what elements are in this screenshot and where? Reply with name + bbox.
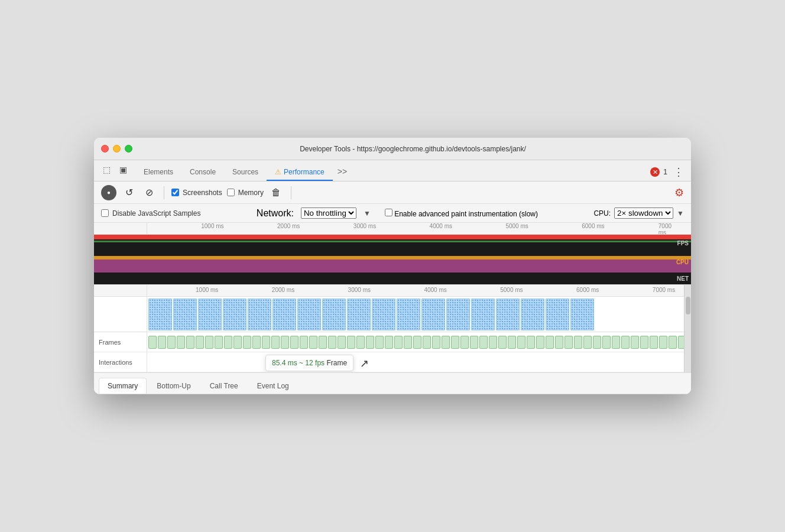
frame-block[interactable] xyxy=(640,336,648,349)
frame-block[interactable] xyxy=(593,336,601,349)
frame-block[interactable] xyxy=(432,336,440,349)
frame-block[interactable] xyxy=(347,336,355,349)
frame-block[interactable] xyxy=(148,336,157,349)
frame-block[interactable] xyxy=(470,336,478,349)
advanced-paint-checkbox[interactable] xyxy=(385,209,392,216)
frame-block[interactable] xyxy=(546,336,554,349)
screenshots-checkbox-label[interactable]: Screenshots xyxy=(171,189,222,197)
btab-event-log[interactable]: Event Log xyxy=(248,378,298,394)
frame-block[interactable] xyxy=(281,336,289,349)
frame-block[interactable] xyxy=(319,336,327,349)
frame-block[interactable] xyxy=(328,336,336,349)
frame-block[interactable] xyxy=(527,336,535,349)
frame-block[interactable] xyxy=(489,336,497,349)
cpu-setting: CPU: 2× slowdown ▼ xyxy=(593,207,684,219)
error-count: 1 xyxy=(663,168,667,176)
tab-elements[interactable]: Elements xyxy=(135,164,181,181)
frame-block[interactable] xyxy=(517,336,526,349)
frame-block[interactable] xyxy=(442,336,450,349)
tl-3000: 3000 ms xyxy=(348,287,371,293)
frame-block[interactable] xyxy=(356,336,365,349)
screenshot-thumb xyxy=(421,299,445,330)
frame-block[interactable] xyxy=(498,336,507,349)
frame-block[interactable] xyxy=(290,336,299,349)
time-4000: 4000 ms xyxy=(430,223,452,229)
memory-checkbox[interactable] xyxy=(227,189,235,196)
frame-block[interactable] xyxy=(659,336,667,349)
frame-block[interactable] xyxy=(271,336,280,349)
frame-block[interactable] xyxy=(536,336,544,349)
network-select[interactable]: No throttling xyxy=(301,207,356,219)
frame-block[interactable] xyxy=(224,336,232,349)
frame-block[interactable] xyxy=(338,336,346,349)
frame-block[interactable] xyxy=(252,336,261,349)
tab-sources[interactable]: Sources xyxy=(224,164,267,181)
scrollbar-thumb[interactable] xyxy=(686,297,690,314)
frame-block[interactable] xyxy=(631,336,639,349)
tab-performance[interactable]: ⚠Performance xyxy=(267,164,333,181)
frame-block[interactable] xyxy=(177,336,185,349)
cpu-select[interactable]: 2× slowdown xyxy=(614,207,673,219)
close-button[interactable] xyxy=(101,145,109,153)
memory-checkbox-label[interactable]: Memory xyxy=(227,189,264,197)
timeline-area[interactable]: 1000 ms 2000 ms 3000 ms 4000 ms 5000 ms … xyxy=(94,285,691,373)
cpu-purple-bar xyxy=(94,259,691,273)
frame-block[interactable] xyxy=(650,336,658,349)
frame-block[interactable] xyxy=(215,336,223,349)
reload-record-button[interactable]: ↺ xyxy=(121,185,137,200)
tab-more[interactable]: >> xyxy=(333,163,352,181)
frame-block[interactable] xyxy=(413,336,421,349)
timeline-scrollbar[interactable] xyxy=(684,285,691,372)
disable-js-row2: Enable advanced paint instrumentation (s… xyxy=(385,209,538,218)
frames-content xyxy=(147,332,691,352)
maximize-button[interactable] xyxy=(125,145,132,153)
frame-block[interactable] xyxy=(205,336,213,349)
frame-block[interactable] xyxy=(309,336,317,349)
frame-block[interactable] xyxy=(669,336,677,349)
btab-summary[interactable]: Summary xyxy=(99,378,147,394)
frame-block[interactable] xyxy=(460,336,469,349)
fps-overview-row: FPS xyxy=(94,235,691,251)
frame-block[interactable] xyxy=(300,336,308,349)
settings-gear-button[interactable]: ⚙ xyxy=(674,186,684,199)
frame-block[interactable] xyxy=(555,336,563,349)
frame-block[interactable] xyxy=(262,336,270,349)
frame-block[interactable] xyxy=(574,336,582,349)
frame-block[interactable] xyxy=(423,336,431,349)
frame-block[interactable] xyxy=(451,336,459,349)
disable-js-label[interactable]: Disable JavaScript Samples xyxy=(101,209,200,218)
frame-block[interactable] xyxy=(158,336,166,349)
btab-bottom-up[interactable]: Bottom-Up xyxy=(148,378,199,394)
frame-block[interactable] xyxy=(404,336,412,349)
record-button[interactable]: ● xyxy=(101,185,116,200)
trash-button[interactable]: 🗑 xyxy=(268,185,284,200)
more-options-button[interactable]: ⋮ xyxy=(671,166,686,179)
frame-block[interactable] xyxy=(565,336,573,349)
settings-bar: Disable JavaScript Samples Network: No t… xyxy=(94,204,691,223)
frame-block[interactable] xyxy=(233,336,242,349)
frame-block[interactable] xyxy=(583,336,592,349)
frame-block[interactable] xyxy=(375,336,384,349)
frame-block[interactable] xyxy=(167,336,176,349)
frame-block[interactable] xyxy=(243,336,251,349)
frame-block[interactable] xyxy=(602,336,611,349)
disable-js-checkbox[interactable] xyxy=(101,209,109,217)
advanced-paint-label[interactable]: Enable advanced paint instrumentation (s… xyxy=(385,209,538,218)
screenshots-checkbox[interactable] xyxy=(171,189,179,196)
btab-call-tree[interactable]: Call Tree xyxy=(201,378,247,394)
frame-block[interactable] xyxy=(621,336,630,349)
frame-block[interactable] xyxy=(366,336,374,349)
frame-block[interactable] xyxy=(508,336,516,349)
minimize-button[interactable] xyxy=(113,145,121,153)
tl-4000: 4000 ms xyxy=(424,287,446,293)
frame-block[interactable] xyxy=(385,336,393,349)
device-tool[interactable]: ▣ xyxy=(115,162,131,177)
clear-button[interactable]: ⊘ xyxy=(141,185,157,200)
frame-block[interactable] xyxy=(394,336,403,349)
frame-block[interactable] xyxy=(186,336,194,349)
tab-console[interactable]: Console xyxy=(181,164,224,181)
cursor-tool[interactable]: ⬚ xyxy=(99,162,114,177)
frame-block[interactable] xyxy=(612,336,620,349)
frame-block[interactable] xyxy=(196,336,204,349)
frame-block[interactable] xyxy=(479,336,488,349)
